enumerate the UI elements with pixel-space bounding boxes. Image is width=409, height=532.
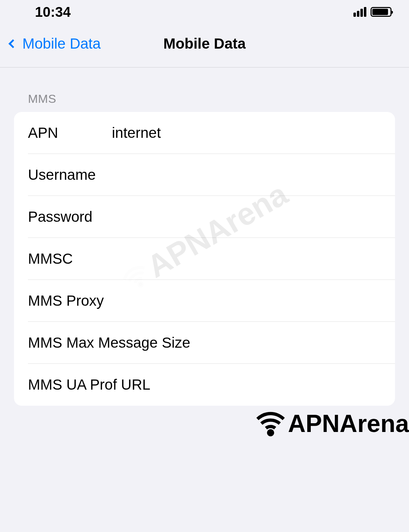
label-password: Password [28, 208, 112, 225]
label-username: Username [28, 166, 112, 183]
label-mms-proxy: MMS Proxy [28, 292, 104, 309]
row-mms-proxy[interactable]: MMS Proxy [14, 280, 395, 322]
cellular-signal-icon [353, 7, 366, 17]
input-username[interactable] [112, 166, 381, 183]
watermark-bottom: APNArena [255, 408, 409, 439]
label-mms-ua-prof: MMS UA Prof URL [28, 376, 150, 393]
chevron-left-icon [8, 39, 17, 48]
row-password[interactable]: Password [14, 196, 395, 238]
row-mms-max-size[interactable]: MMS Max Message Size [14, 322, 395, 364]
back-button-label: Mobile Data [22, 35, 101, 52]
input-mmsc[interactable] [112, 250, 381, 267]
status-icons [353, 7, 392, 17]
nav-bar: Mobile Data Mobile Data [0, 24, 409, 68]
label-mmsc: MMSC [28, 250, 112, 267]
row-mms-ua-prof[interactable]: MMS UA Prof URL [14, 364, 395, 406]
svg-point-1 [268, 431, 272, 435]
status-bar: 10:34 [0, 0, 409, 24]
status-time: 10:34 [35, 4, 71, 20]
wifi-icon [255, 408, 286, 439]
page-title: Mobile Data [163, 35, 246, 52]
label-mms-max-size: MMS Max Message Size [28, 334, 190, 351]
input-mms-ua-prof[interactable] [150, 376, 381, 393]
input-mms-proxy[interactable] [104, 292, 381, 309]
settings-group-mms: APN Username Password MMSC MMS Proxy MMS… [14, 112, 395, 406]
section-header-mms: MMS [14, 92, 395, 106]
input-mms-max-size[interactable] [190, 334, 381, 351]
row-username[interactable]: Username [14, 154, 395, 196]
input-password[interactable] [112, 208, 381, 225]
back-button[interactable]: Mobile Data [7, 35, 101, 52]
battery-icon [371, 7, 392, 17]
row-mmsc[interactable]: MMSC [14, 238, 395, 280]
label-apn: APN [28, 125, 112, 141]
row-apn[interactable]: APN [14, 112, 395, 154]
content: MMS APN Username Password MMSC MMS Proxy [0, 68, 409, 406]
input-apn[interactable] [112, 125, 381, 141]
